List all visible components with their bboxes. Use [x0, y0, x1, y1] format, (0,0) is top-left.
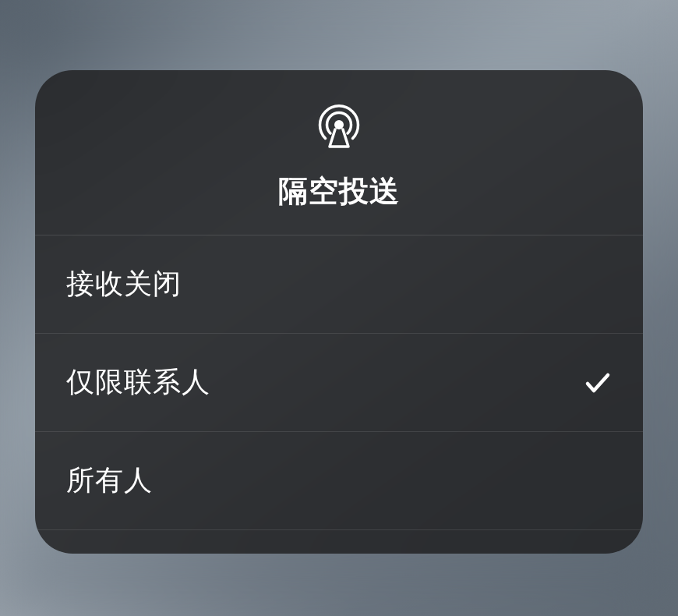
option-label: 所有人 [66, 462, 153, 500]
svg-point-0 [334, 120, 344, 129]
option-label: 仅限联系人 [66, 363, 210, 402]
option-contacts-only[interactable]: 仅限联系人 [35, 334, 643, 432]
option-receiving-off[interactable]: 接收关闭 [35, 235, 643, 334]
panel-header: 隔空投送 [35, 70, 643, 235]
bottom-spacer [35, 530, 643, 554]
option-label: 接收关闭 [66, 265, 182, 303]
options-list: 接收关闭 仅限联系人 所有人 [35, 235, 643, 530]
option-everyone[interactable]: 所有人 [35, 432, 643, 530]
airdrop-icon [315, 101, 363, 150]
panel-title: 隔空投送 [278, 172, 400, 211]
airdrop-settings-panel: 隔空投送 接收关闭 仅限联系人 所有人 [35, 70, 643, 554]
checkmark-icon [584, 369, 612, 397]
